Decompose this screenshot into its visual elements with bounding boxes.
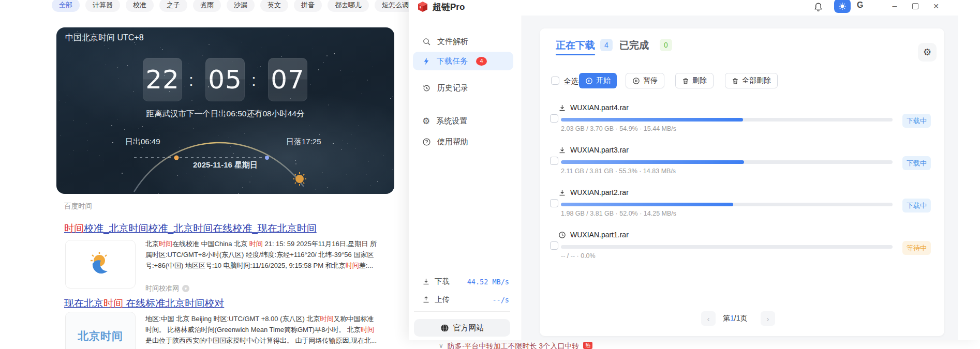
section-label: 百度时间 — [64, 202, 92, 211]
download-icon — [422, 278, 430, 285]
chip-calibrate[interactable]: 校准 — [126, 0, 154, 12]
sidebar-item-settings[interactable]: ⚙ 系统设置 — [413, 112, 513, 130]
download-row: WUXIAN.part1.rar -- / -- · 0.0% 等待中 — [540, 231, 944, 268]
trash-icon — [732, 77, 739, 85]
result1-thumbnail[interactable] — [65, 240, 136, 289]
download-row: WUXIAN.part3.rar 2.11 GB / 3.81 GB · 55.… — [540, 146, 944, 183]
gear-icon: ⚙ — [923, 47, 931, 58]
result2-thumb-text: 北京时间 — [78, 329, 123, 343]
sun-icon — [293, 172, 306, 186]
page-next-button[interactable]: › — [761, 311, 775, 326]
download-filename: WUXIAN.part4.rar — [570, 103, 629, 112]
minimize-button[interactable]: – — [888, 0, 901, 12]
row-checkbox[interactable] — [550, 241, 558, 250]
widget-date: 2025-11-16 星期日 — [56, 160, 394, 170]
maximize-button[interactable] — [909, 0, 922, 12]
waiting-clock-icon — [558, 231, 566, 239]
history-clock-icon — [422, 84, 431, 93]
flip-hours: 22 — [143, 58, 182, 101]
chip-hourglass[interactable]: 沙漏 — [227, 0, 255, 12]
result1-source[interactable]: 时间校准网 ▾ — [145, 284, 189, 293]
download-status: 2.03 GB / 3.70 GB · 54.9% · 15.44 MB/s — [561, 125, 676, 132]
app-logo-cube-icon — [417, 1, 428, 12]
chip-pinyin[interactable]: 拼音 — [294, 0, 322, 12]
download-filename-line: WUXIAN.part2.rar — [558, 188, 629, 196]
stats-divider — [414, 311, 510, 312]
hot-badge: 热 — [583, 342, 592, 349]
chip-all[interactable]: 全部 — [52, 0, 80, 12]
official-site-button[interactable]: 官方网站 — [414, 319, 510, 337]
chip-calculator[interactable]: 计算器 — [85, 0, 120, 12]
chevron-down-icon: ∨ — [439, 341, 443, 349]
result1-body: 北京时间在线校准 中国China 北京 时间 21: 15: 59 2025年1… — [145, 238, 404, 271]
downloading-count-badge: 4 — [600, 39, 613, 51]
start-button[interactable]: 开始 — [579, 73, 617, 88]
download-icon — [558, 146, 566, 154]
globe-icon — [440, 324, 449, 332]
theme-toggle-button[interactable] — [834, 0, 851, 13]
trash-icon — [682, 77, 689, 85]
page: 全部 计算器 校准 之子 煮雨 沙漏 英文 拼音 都去哪儿 短怎么调理回来 — [0, 0, 980, 349]
colon: : — [251, 71, 256, 90]
pause-circle-icon — [632, 77, 640, 85]
chevron-down-icon[interactable]: ▾ — [182, 285, 189, 292]
chip-english[interactable]: 英文 — [260, 0, 288, 12]
flip-minutes: 05 — [205, 58, 245, 101]
result2-title-link[interactable]: 现在北京时间 在线标准北京时间校对 — [64, 297, 224, 310]
chip-zhizi[interactable]: 之子 — [159, 0, 187, 12]
sidebar-item-help[interactable]: 使用帮助 — [413, 132, 513, 151]
play-circle-icon — [585, 77, 593, 85]
download-speed-value: 44.52 MB/s — [467, 278, 509, 286]
result2-body: 地区:中国 北京 Beijing 时区:UTC/GMT +8.00 (东八区) … — [145, 313, 404, 346]
chip-zhuyu[interactable]: 煮雨 — [193, 0, 221, 12]
chip-where[interactable]: 都去哪儿 — [328, 0, 369, 12]
status-badge: 等待中 — [902, 241, 931, 255]
row-checkbox[interactable] — [550, 114, 558, 123]
app-window: 超链Pro G – ✕ 文件解析 下 — [409, 0, 980, 340]
tab-downloading[interactable]: 正在下载 — [556, 39, 595, 52]
sunrise-countdown: 距离武汉市下一个日出06:50还有08小时44分 — [56, 109, 394, 119]
sidebar-item-download-tasks[interactable]: 下载任务 4 — [413, 52, 513, 70]
sun-icon — [838, 2, 847, 10]
status-badge: 下载中 — [902, 156, 931, 170]
download-status: 1.98 GB / 3.81 GB · 52.0% · 14.25 MB/s — [561, 210, 676, 217]
sunrise-label: 日出06:49 — [125, 137, 160, 147]
clipped-hot-search-line[interactable]: ∨ 防多·平台中转加工不限时长 3个入口中转 热 — [439, 341, 592, 349]
download-filename-line: WUXIAN.part3.rar — [558, 146, 629, 154]
result1-title-link[interactable]: 时间校准_北京时间校准_北京时间在线校准_现在北京时间 — [64, 222, 317, 235]
downloads-card: 正在下载 4 已完成 0 ⚙ 全选 开始 暂停 — [540, 28, 944, 336]
language-icon[interactable]: G — [857, 1, 863, 10]
gear-icon: ⚙ — [422, 117, 430, 126]
result2-thumbnail[interactable]: 北京时间 — [65, 312, 136, 349]
progress-bar — [561, 118, 893, 122]
progress-bar — [561, 245, 893, 249]
delete-all-button[interactable]: 全部删除 — [725, 73, 778, 88]
upload-icon — [422, 296, 430, 304]
progress-bar — [561, 160, 893, 164]
app-title: 超链Pro — [433, 1, 465, 13]
delete-button[interactable]: 删除 — [675, 73, 714, 88]
progress-fill — [561, 160, 744, 164]
sun-moon-logo-icon — [85, 250, 115, 278]
row-checkbox[interactable] — [550, 199, 558, 207]
pause-button[interactable]: 暂停 — [626, 73, 664, 88]
page-prev-button[interactable]: ‹ — [701, 311, 716, 326]
page-indicator: 第1/1页 — [723, 314, 747, 323]
status-badge: 下载中 — [902, 114, 931, 128]
tab-completed[interactable]: 已完成 — [619, 39, 649, 52]
close-button[interactable]: ✕ — [929, 0, 943, 12]
row-checkbox[interactable] — [550, 157, 558, 165]
task-count-badge: 4 — [476, 57, 487, 66]
active-tab-underline — [556, 54, 595, 55]
maximize-icon — [912, 3, 918, 9]
beijing-time-widget: 中国北京时间 UTC+8 22 : 05 : 07 距离武汉市下一个日出06:5… — [56, 27, 394, 194]
select-all-checkbox[interactable] — [551, 77, 559, 85]
bell-icon[interactable] — [813, 1, 823, 12]
card-settings-button[interactable]: ⚙ — [918, 43, 937, 62]
sidebar-item-file-parse[interactable]: 文件解析 — [413, 32, 513, 51]
question-circle-icon — [422, 138, 431, 146]
select-all-label[interactable]: 全选 — [563, 77, 578, 86]
download-icon — [558, 104, 566, 112]
sidebar-item-history[interactable]: 历史记录 — [413, 79, 513, 97]
status-badge: 下载中 — [902, 199, 931, 213]
